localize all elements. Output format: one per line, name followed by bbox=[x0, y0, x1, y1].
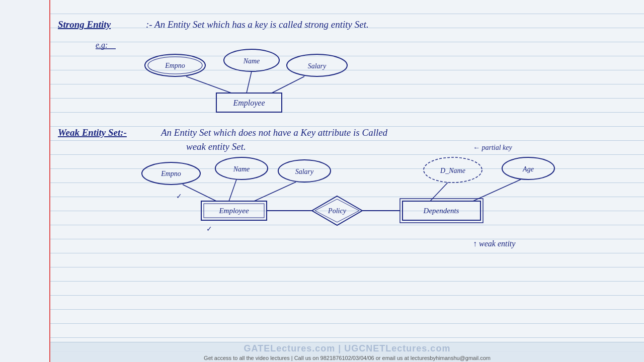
strong-entity-desc: :- An Entity Set which has a key is call… bbox=[146, 19, 369, 30]
weak-entity-heading: Weak Entity Set:- bbox=[58, 127, 127, 138]
checkmark1: ✓ bbox=[176, 193, 182, 200]
weak-entity-desc1: An Entity Set which does not have a Key … bbox=[160, 127, 388, 138]
partial-key-note: ← partial key bbox=[473, 144, 513, 151]
salary-attr-label: Salary bbox=[308, 62, 327, 70]
watermark-sub: Get access to all the video lectures | C… bbox=[204, 355, 491, 361]
employee-entity-label: Employee bbox=[232, 99, 265, 108]
weak-entity-desc2: weak entity Set. bbox=[186, 141, 246, 152]
policy-relation-label: Policy bbox=[328, 207, 347, 215]
age-attr-label: Age bbox=[522, 165, 534, 173]
name-line bbox=[247, 71, 252, 93]
page-container: Strong Entity :- An Entity Set which has… bbox=[0, 0, 644, 362]
salary2-line bbox=[254, 182, 296, 201]
employee2-entity-label: Employee bbox=[218, 207, 249, 215]
empno-attr-label: Empno bbox=[165, 62, 185, 69]
paper-area: Strong Entity :- An Entity Set which has… bbox=[50, 0, 644, 362]
name-attr-label: Name bbox=[243, 57, 260, 65]
salary-line bbox=[272, 76, 304, 93]
age-line bbox=[473, 179, 521, 201]
strong-entity-heading: Strong Entity bbox=[58, 19, 111, 30]
empno2-line bbox=[183, 185, 216, 201]
weak-entity-label: ↑ weak entity bbox=[473, 239, 516, 248]
dependents-entity-label: Dependents bbox=[423, 207, 459, 215]
empno2-attr-label: Empno bbox=[160, 170, 181, 177]
name2-attr-label: Name bbox=[233, 165, 250, 173]
salary2-attr-label: Salary bbox=[295, 168, 314, 175]
empno-line bbox=[186, 76, 231, 93]
margin-line bbox=[0, 0, 50, 362]
watermark-main: GATELectures.com | UGCNETLectures.com bbox=[244, 343, 451, 354]
dname-attr-label: D_Name bbox=[440, 167, 465, 174]
watermark-bar: GATELectures.com | UGCNETLectures.com Ge… bbox=[50, 342, 644, 362]
checkmark2: ✓ bbox=[206, 225, 212, 233]
content-svg: Strong Entity :- An Entity Set which has… bbox=[50, 0, 644, 342]
name2-line bbox=[229, 179, 236, 201]
